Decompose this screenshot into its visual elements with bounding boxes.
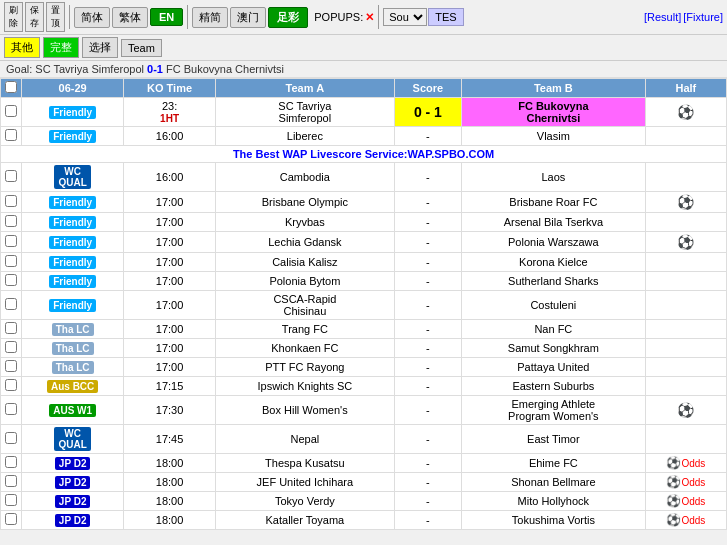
row-checkbox[interactable]: [5, 494, 17, 506]
half-cell: ⚽: [645, 232, 726, 253]
team-a-cell: SC Tavriya Simferopol: [215, 98, 394, 127]
table-row: Friendly 17:00 Lechia Gdansk - Polonia W…: [1, 232, 727, 253]
sou-select[interactable]: Sou: [383, 8, 427, 26]
team-a-cell: Lechia Gdansk: [215, 232, 394, 253]
wancheng-btn[interactable]: 完整: [43, 37, 79, 58]
score-cell: -: [394, 396, 461, 425]
badge-cell: JP D2: [22, 492, 124, 511]
half-cell: ⚽Odds: [645, 492, 726, 511]
team-b-cell: Vlasim: [461, 127, 645, 146]
xuanze-btn[interactable]: 选择: [82, 37, 118, 58]
row-checkbox[interactable]: [5, 215, 17, 227]
tes-button[interactable]: TES: [428, 8, 463, 26]
refresh-button[interactable]: 刷 除: [4, 2, 23, 32]
date-header-row: 06-29 KO Time Team A Score Team B Half: [1, 79, 727, 98]
row-checkbox[interactable]: [5, 341, 17, 353]
row-checkbox[interactable]: [5, 274, 17, 286]
league-badge: Aus BCC: [47, 380, 98, 393]
half-cell: [645, 425, 726, 454]
row-checkbox-cell: [1, 396, 22, 425]
score-cell: -: [394, 127, 461, 146]
table-row: Aus BCC 17:15 Ipswich Knights SC - Easte…: [1, 377, 727, 396]
qita-btn[interactable]: 其他: [4, 37, 40, 58]
row-checkbox[interactable]: [5, 170, 17, 182]
half-cell: ⚽Odds: [645, 473, 726, 492]
row-checkbox[interactable]: [5, 129, 17, 141]
table-row: Friendly 17:00 Brisbane Olympic - Brisba…: [1, 192, 727, 213]
simplified-btn[interactable]: 简体: [74, 7, 110, 28]
ko-time-cell: 17:00: [124, 358, 216, 377]
english-btn[interactable]: EN: [150, 8, 183, 26]
score-cell: -: [394, 511, 461, 530]
header-date: 06-29: [22, 79, 124, 98]
odds-link[interactable]: Odds: [681, 458, 705, 469]
result-link[interactable]: [Result]: [644, 11, 681, 23]
team-a-cell: JEF United Ichihara: [215, 473, 394, 492]
football-btn[interactable]: 足彩: [268, 7, 308, 28]
team-b-cell: Sutherland Sharks: [461, 272, 645, 291]
team-btn[interactable]: Team: [121, 39, 162, 57]
table-row: WC QUAL 17:45 Nepal - East Timor: [1, 425, 727, 454]
popups-x[interactable]: ✕: [365, 11, 374, 24]
odds-link[interactable]: Odds: [681, 477, 705, 488]
score-cell: -: [394, 253, 461, 272]
ko-time-cell: 17:00: [124, 320, 216, 339]
row-checkbox[interactable]: [5, 379, 17, 391]
row-checkbox[interactable]: [5, 298, 17, 310]
ko-time-cell: 17:15: [124, 377, 216, 396]
ko-time-cell: 17:00: [124, 272, 216, 291]
badge-cell: JP D2: [22, 511, 124, 530]
row-checkbox[interactable]: [5, 360, 17, 372]
ko-time-cell: 18:00: [124, 492, 216, 511]
row-checkbox[interactable]: [5, 403, 17, 415]
row-checkbox[interactable]: [5, 432, 17, 444]
fixture-link[interactable]: [Fixture]: [683, 11, 723, 23]
row-checkbox[interactable]: [5, 105, 17, 117]
team-b-cell: East Timor: [461, 425, 645, 454]
league-badge: Tha LC: [52, 361, 94, 374]
ko-time-cell: 17:00: [124, 291, 216, 320]
table-row: JP D2 18:00 JEF United Ichihara - Shonan…: [1, 473, 727, 492]
badge-cell: Friendly: [22, 192, 124, 213]
team-b-cell: Nan FC: [461, 320, 645, 339]
table-row: Friendly 17:00 Calisia Kalisz - Korona K…: [1, 253, 727, 272]
ko-time-cell: 17:45: [124, 425, 216, 454]
row-checkbox-cell: [1, 253, 22, 272]
row-checkbox[interactable]: [5, 235, 17, 247]
table-row: Tha LC 17:00 PTT FC Rayong - Pattaya Uni…: [1, 358, 727, 377]
separator3: [378, 5, 379, 29]
team-a-cell: Ipswich Knights SC: [215, 377, 394, 396]
row-checkbox[interactable]: [5, 195, 17, 207]
badge-cell: Friendly: [22, 272, 124, 291]
row-checkbox[interactable]: [5, 475, 17, 487]
row-checkbox-cell: [1, 492, 22, 511]
header-team-a: Team A: [215, 79, 394, 98]
table-row: Friendly 23:1HT SC Tavriya Simferopol 0 …: [1, 98, 727, 127]
row-checkbox[interactable]: [5, 255, 17, 267]
team-b-cell: Emerging Athlete Program Women's: [461, 396, 645, 425]
badge-cell: Friendly: [22, 232, 124, 253]
team-b-cell: Samut Songkhram: [461, 339, 645, 358]
league-badge: AUS W1: [49, 404, 96, 417]
team-a-cell: Cambodia: [215, 163, 394, 192]
odds-link[interactable]: Odds: [681, 496, 705, 507]
traditional-btn[interactable]: 繁体: [112, 7, 148, 28]
score-cell: -: [394, 377, 461, 396]
row-checkbox-cell: [1, 320, 22, 339]
jingcai-btn[interactable]: 精简: [192, 7, 228, 28]
select-all-checkbox[interactable]: [5, 81, 17, 93]
team-a-cell: Khonkaen FC: [215, 339, 394, 358]
save-button[interactable]: 保 存: [25, 2, 44, 32]
macau-btn[interactable]: 澳门: [230, 7, 266, 28]
league-badge: WC QUAL: [54, 165, 90, 189]
top-icon-line2: 顶: [51, 17, 60, 30]
table-row: Tha LC 17:00 Khonkaen FC - Samut Songkhr…: [1, 339, 727, 358]
row-checkbox[interactable]: [5, 513, 17, 525]
top-button[interactable]: 置 顶: [46, 2, 65, 32]
odds-link[interactable]: Odds: [681, 515, 705, 526]
row-checkbox[interactable]: [5, 456, 17, 468]
separator1: [69, 5, 70, 29]
badge-cell: Friendly: [22, 98, 124, 127]
team-a-cell: Calisia Kalisz: [215, 253, 394, 272]
row-checkbox[interactable]: [5, 322, 17, 334]
